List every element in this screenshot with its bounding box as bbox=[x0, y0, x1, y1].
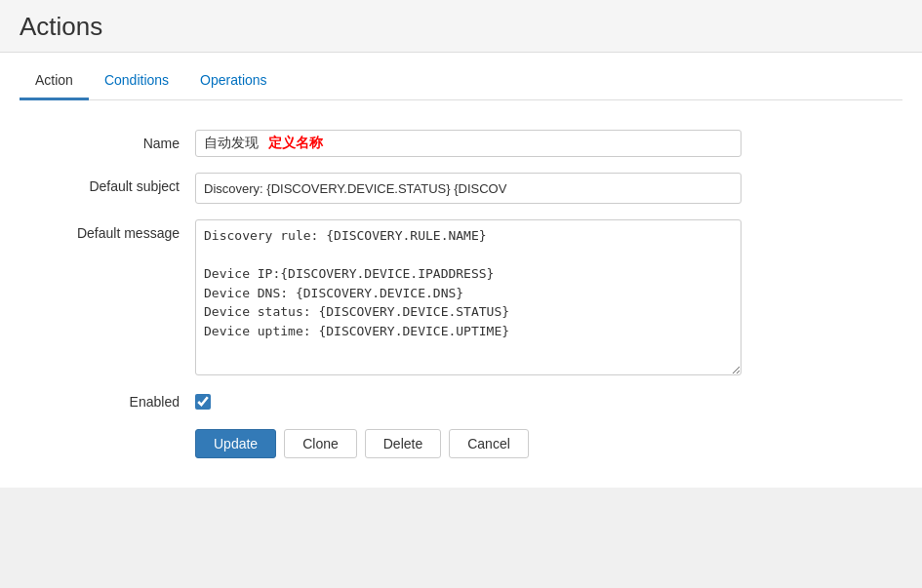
subject-input[interactable] bbox=[196, 174, 741, 203]
name-value-text: 自动发现 bbox=[204, 135, 259, 152]
subject-field-wrapper bbox=[195, 173, 742, 204]
delete-button[interactable]: Delete bbox=[365, 429, 441, 458]
page-header: Actions bbox=[0, 0, 922, 53]
enabled-row: Enabled bbox=[20, 394, 902, 410]
message-field-wrapper bbox=[195, 219, 742, 378]
message-label: Default message bbox=[20, 219, 195, 241]
tab-operations[interactable]: Operations bbox=[184, 62, 282, 100]
tab-bar: Action Conditions Operations bbox=[20, 53, 902, 100]
name-field-wrapper: 自动发现 定义名称 bbox=[195, 130, 742, 157]
enabled-label: Enabled bbox=[20, 394, 195, 410]
subject-row: Default subject bbox=[20, 173, 902, 204]
name-label: Name bbox=[20, 130, 195, 151]
name-row: Name 自动发现 定义名称 bbox=[20, 130, 902, 157]
name-input-container[interactable]: 自动发现 定义名称 bbox=[195, 130, 742, 157]
subject-label: Default subject bbox=[20, 173, 195, 194]
tab-conditions[interactable]: Conditions bbox=[89, 62, 184, 100]
button-row: Update Clone Delete Cancel bbox=[20, 429, 902, 458]
cancel-button[interactable]: Cancel bbox=[449, 429, 529, 458]
page-title: Actions bbox=[20, 12, 902, 42]
form-section: Name 自动发现 定义名称 Default subject Default m… bbox=[20, 120, 902, 458]
update-button[interactable]: Update bbox=[195, 429, 276, 458]
clone-button[interactable]: Clone bbox=[284, 429, 357, 458]
name-hint-text: 定义名称 bbox=[268, 135, 323, 152]
message-row: Default message bbox=[20, 219, 902, 378]
main-content: Action Conditions Operations Name 自动发现 定… bbox=[0, 53, 922, 488]
message-textarea[interactable] bbox=[195, 219, 742, 375]
tab-action[interactable]: Action bbox=[20, 62, 89, 100]
subject-input-wrapper bbox=[195, 173, 742, 204]
enabled-checkbox[interactable] bbox=[195, 394, 211, 410]
